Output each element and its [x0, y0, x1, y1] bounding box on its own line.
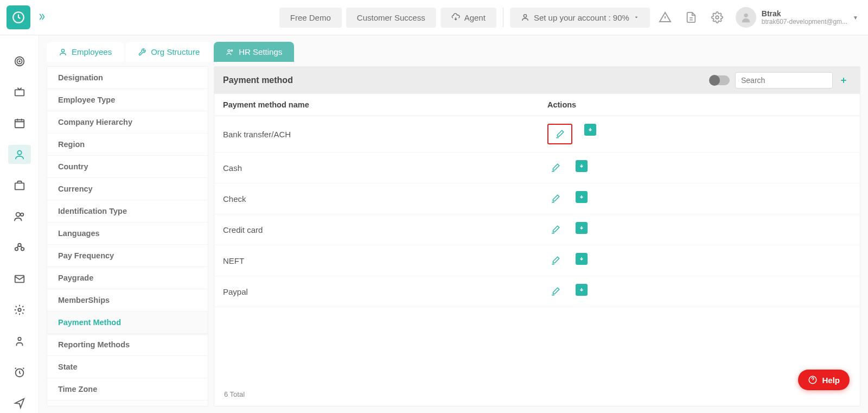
alert-button[interactable]	[654, 7, 676, 28]
settings-item[interactable]: Designation	[47, 67, 208, 89]
edit-icon	[551, 225, 560, 234]
settings-item[interactable]: State	[47, 356, 208, 378]
users-icon	[14, 211, 25, 223]
row-name: Paypal	[223, 287, 547, 296]
archive-button[interactable]	[584, 124, 596, 136]
help-button[interactable]: Help	[798, 370, 850, 390]
rail-mail[interactable]	[8, 269, 31, 288]
archive-icon	[587, 126, 593, 133]
edit-button[interactable]	[547, 160, 564, 175]
gear-icon	[14, 304, 25, 316]
add-button[interactable]	[836, 73, 851, 88]
customer-success-button[interactable]: Customer Success	[346, 8, 436, 28]
svg-point-9	[17, 150, 21, 154]
search-input[interactable]	[735, 72, 833, 88]
payment-method-panel: Payment method Payment method name Actio…	[214, 66, 860, 406]
edit-button[interactable]	[547, 222, 564, 237]
archive-icon	[578, 163, 585, 169]
toggle-switch[interactable]	[710, 75, 730, 85]
settings-item[interactable]: MemberShips	[47, 289, 208, 312]
help-icon	[808, 375, 818, 385]
settings-item[interactable]: Pay Frequency	[47, 245, 208, 267]
settings-item[interactable]: Reporting Methods	[47, 334, 208, 356]
rail-target[interactable]	[8, 52, 31, 71]
logo[interactable]	[7, 5, 30, 29]
document-button[interactable]	[680, 7, 702, 28]
archive-button[interactable]	[576, 191, 588, 203]
tab-employees[interactable]: Employees	[47, 42, 124, 62]
rail-person[interactable]	[8, 332, 31, 351]
setup-account-button[interactable]: Set up your account : 90%	[510, 8, 650, 28]
settings-item[interactable]: Time Zone	[47, 378, 208, 401]
rail-user[interactable]	[8, 145, 31, 164]
table-footer: 6 Total	[214, 383, 860, 406]
settings-item[interactable]: Region	[47, 134, 208, 156]
archive-button[interactable]	[576, 253, 588, 265]
rail-calendar[interactable]	[8, 114, 31, 133]
svg-point-21	[228, 49, 230, 52]
edit-button[interactable]	[547, 124, 572, 144]
row-actions	[547, 160, 851, 175]
archive-button[interactable]	[576, 284, 588, 296]
svg-point-12	[20, 213, 23, 217]
table-row: Credit card	[214, 214, 860, 245]
user-icon	[59, 48, 67, 56]
archive-icon	[578, 194, 585, 200]
tab-hr-settings[interactable]: HR Settings	[214, 42, 294, 62]
edit-icon	[551, 163, 560, 173]
expand-sidebar-button[interactable]	[35, 10, 49, 26]
archive-icon	[578, 225, 585, 231]
settings-item[interactable]: Country	[47, 156, 208, 178]
left-rail	[0, 35, 39, 413]
users-icon	[226, 48, 234, 56]
alarm-icon	[14, 366, 25, 378]
archive-button[interactable]	[576, 160, 588, 172]
profile-email: btrak607-development@gm...	[762, 18, 847, 26]
tab-org-structure[interactable]: Org Structure	[126, 42, 212, 62]
chevron-down-icon	[634, 15, 639, 20]
settings-item[interactable]: Employee Type	[47, 89, 208, 111]
rail-settings[interactable]	[8, 301, 31, 320]
row-name: Cash	[223, 163, 547, 173]
edit-button[interactable]	[547, 284, 564, 299]
rail-team[interactable]	[8, 238, 31, 257]
mail-icon	[14, 273, 25, 285]
settings-button[interactable]	[706, 7, 728, 28]
edit-icon	[551, 287, 560, 296]
archive-button[interactable]	[576, 222, 588, 234]
profile-name: Btrak	[762, 9, 847, 18]
row-name: Bank transfer/ACH	[223, 130, 547, 139]
rail-tv[interactable]	[8, 82, 31, 101]
profile-dropdown[interactable]: Btrak btrak607-development@gm... ▼	[732, 7, 861, 28]
settings-item[interactable]: Languages	[47, 223, 208, 245]
rail-briefcase[interactable]	[8, 176, 31, 195]
archive-icon	[578, 256, 585, 262]
column-header: Payment method name Actions	[214, 94, 860, 116]
rail-clock[interactable]	[8, 363, 31, 382]
edit-button[interactable]	[547, 253, 564, 268]
settings-item[interactable]: Company Hierarchy	[47, 111, 208, 134]
svg-point-2	[716, 16, 719, 19]
edit-button[interactable]	[547, 191, 564, 206]
edit-icon	[555, 129, 565, 139]
settings-item[interactable]: Identification Type	[47, 200, 208, 223]
agent-button[interactable]: Agent	[441, 8, 496, 28]
svg-rect-8	[15, 120, 24, 128]
settings-item[interactable]: Paygrade	[47, 267, 208, 289]
clock-icon	[11, 10, 25, 24]
settings-item[interactable]: Payment Method	[47, 312, 208, 334]
rail-users[interactable]	[8, 207, 31, 226]
col-name-header: Payment method name	[223, 100, 547, 109]
row-actions	[547, 222, 851, 237]
archive-icon	[578, 287, 585, 293]
settings-item[interactable]: Currency	[47, 178, 208, 200]
svg-point-1	[524, 15, 526, 17]
rail-send[interactable]	[8, 394, 31, 413]
free-demo-button[interactable]: Free Demo	[279, 8, 342, 28]
row-name: Check	[223, 194, 547, 204]
svg-rect-10	[15, 183, 24, 189]
gear-icon	[711, 11, 723, 23]
plus-icon	[839, 76, 848, 85]
row-actions	[547, 253, 851, 268]
tools-icon	[138, 48, 146, 56]
